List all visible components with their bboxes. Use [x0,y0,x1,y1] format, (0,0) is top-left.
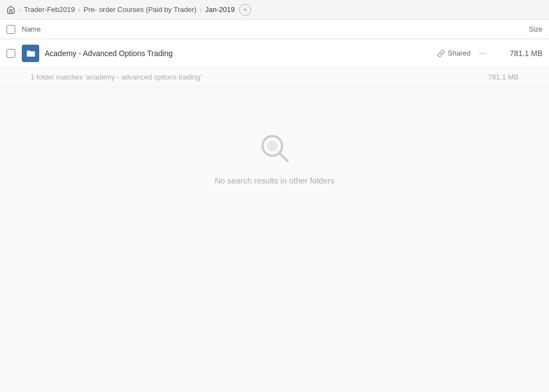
svg-point-3 [267,140,278,151]
file-row[interactable]: Academy - Advanced Options Trading Share… [0,39,549,68]
file-checkbox[interactable] [7,49,15,58]
breadcrumb-add-button[interactable]: + [239,4,251,16]
breadcrumb-sep-1: › [19,6,21,14]
search-info-row: 1 folder matches 'academy - advanced opt… [0,68,549,87]
file-more-button[interactable]: ··· [475,46,490,61]
breadcrumb-bar: › Trader-Feb2019 › Pre- order Courses (P… [0,0,549,20]
no-results-text: No search results in other folders [215,176,334,185]
empty-state: No search results in other folders [0,87,549,229]
breadcrumb-item-1[interactable]: Trader-Feb2019 [24,5,75,14]
search-info-size: 781.1 MB [488,73,518,81]
breadcrumb-sep-2: › [78,6,80,14]
breadcrumb-sep-3: › [200,6,202,14]
breadcrumb-current: Jan-2019 [205,5,235,14]
file-size: 781.1 MB [499,49,542,58]
shared-label: Shared [448,49,471,57]
svg-rect-0 [27,52,34,57]
no-results-icon [257,131,292,167]
size-column-header: Size [499,25,542,33]
breadcrumb-item-2[interactable]: Pre- order Courses (Paid by Trader) [83,5,196,14]
search-matches-text: 1 folder matches 'academy - advanced opt… [30,73,202,81]
table-header: Name Size [0,20,549,39]
name-column-header: Name [22,25,499,33]
file-folder-icon [22,45,39,62]
svg-line-2 [279,153,288,161]
file-shared-indicator: Shared [437,49,471,57]
select-all-checkbox[interactable] [7,25,15,34]
more-icon: ··· [479,48,486,58]
file-name: Academy - Advanced Options Trading [45,49,437,58]
breadcrumb-home[interactable] [7,5,15,14]
